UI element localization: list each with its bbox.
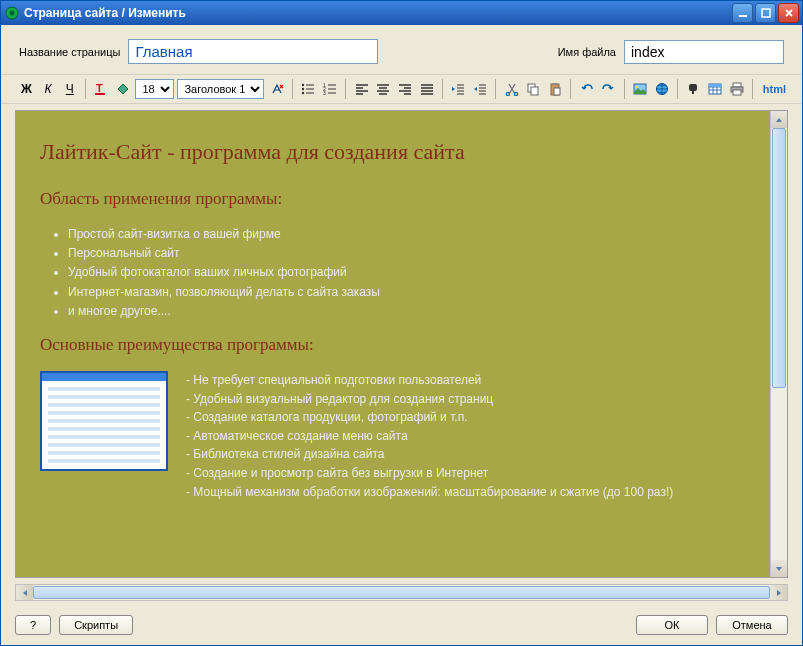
svg-rect-18 (554, 88, 560, 95)
separator (345, 79, 346, 99)
list-item: Простой сайт-визитка о вашей фирме (68, 225, 746, 244)
screenshot-thumbnail (40, 371, 168, 471)
svg-rect-23 (709, 84, 721, 87)
page-name-label: Название страницы (19, 46, 120, 58)
list-item: Удобный фотокаталог ваших личных фотогра… (68, 263, 746, 282)
print-button[interactable] (727, 78, 746, 100)
svg-text:T: T (96, 82, 103, 94)
svg-rect-5 (95, 93, 105, 95)
svg-point-8 (302, 92, 304, 94)
separator (677, 79, 678, 99)
undo-button[interactable] (577, 78, 596, 100)
svg-point-12 (506, 92, 509, 95)
adv-line: - Не требует специальной подготовки поль… (186, 371, 673, 390)
svg-point-7 (302, 88, 304, 90)
bold-button[interactable]: Ж (17, 78, 36, 100)
content-heading-2b: Основные преимущества программы: (40, 335, 746, 355)
scroll-down-icon[interactable] (771, 560, 787, 577)
outdent-button[interactable] (449, 78, 468, 100)
align-right-button[interactable] (396, 78, 415, 100)
help-button[interactable]: ? (15, 615, 51, 635)
form-row: Название страницы Имя файла (1, 25, 802, 74)
svg-text:3: 3 (323, 90, 326, 96)
redo-button[interactable] (599, 78, 618, 100)
content-heading-1: Лайтик-Сайт - программа для создания сай… (40, 139, 746, 165)
app-window: Страница сайта / Изменить Название стран… (0, 0, 803, 646)
ok-button[interactable]: ОК (636, 615, 708, 635)
editor-area: Лайтик-Сайт - программа для создания сай… (15, 110, 788, 578)
insert-link-button[interactable] (652, 78, 671, 100)
vertical-scrollbar[interactable] (770, 111, 787, 577)
close-button[interactable] (778, 3, 799, 23)
scroll-left-icon[interactable] (16, 585, 33, 600)
list-item: и многое другое.... (68, 302, 746, 321)
indent-button[interactable] (471, 78, 490, 100)
copy-button[interactable] (524, 78, 543, 100)
adv-line: - Автоматическое создание меню сайта (186, 427, 673, 446)
insert-table-button[interactable] (706, 78, 725, 100)
scroll-up-icon[interactable] (771, 111, 787, 128)
svg-rect-17 (553, 83, 557, 85)
scroll-right-icon[interactable] (770, 585, 787, 600)
svg-point-1 (10, 11, 15, 16)
paste-button[interactable] (546, 78, 565, 100)
unordered-list-button[interactable] (299, 78, 318, 100)
clear-format-button[interactable] (267, 78, 286, 100)
editor-content[interactable]: Лайтик-Сайт - программа для создания сай… (16, 111, 770, 577)
font-size-select[interactable]: 18 (135, 79, 174, 99)
separator (495, 79, 496, 99)
svg-rect-15 (531, 87, 538, 95)
scripts-button[interactable]: Скрипты (59, 615, 133, 635)
insert-image-button[interactable] (631, 78, 650, 100)
svg-rect-3 (762, 9, 770, 17)
hscroll-thumb[interactable] (33, 586, 770, 599)
window-title: Страница сайта / Изменить (24, 6, 732, 20)
file-name-label: Имя файла (558, 46, 616, 58)
minimize-button[interactable] (732, 3, 753, 23)
svg-point-13 (514, 92, 517, 95)
ordered-list-button[interactable]: 123 (321, 78, 340, 100)
list-item: Персональный сайт (68, 244, 746, 263)
svg-point-20 (636, 86, 639, 89)
editor-toolbar: Ж К Ч T 18 Заголовок 1 123 html (1, 74, 802, 104)
bg-color-button[interactable] (114, 78, 133, 100)
maximize-button[interactable] (755, 3, 776, 23)
svg-point-6 (302, 84, 304, 86)
svg-rect-24 (733, 83, 741, 87)
svg-rect-2 (739, 15, 747, 17)
svg-rect-26 (733, 90, 741, 95)
align-justify-button[interactable] (417, 78, 436, 100)
heading-select[interactable]: Заголовок 1 (177, 79, 264, 99)
dialog-footer: ? Скрипты ОК Отмена (1, 607, 802, 645)
separator (292, 79, 293, 99)
text-color-button[interactable]: T (92, 78, 111, 100)
scroll-thumb[interactable] (772, 128, 786, 388)
separator (85, 79, 86, 99)
file-name-input[interactable] (624, 40, 784, 64)
cancel-button[interactable]: Отмена (716, 615, 788, 635)
adv-line: - Создание каталога продукции, фотографи… (186, 408, 673, 427)
adv-line: - Создание и просмотр сайта без выгрузки… (186, 464, 673, 483)
application-list: Простой сайт-визитка о вашей фирме Персо… (68, 225, 746, 321)
separator (442, 79, 443, 99)
italic-button[interactable]: К (39, 78, 58, 100)
list-item: Интернет-магазин, позволяющий делать с с… (68, 283, 746, 302)
titlebar: Страница сайта / Изменить (1, 1, 802, 25)
separator (624, 79, 625, 99)
separator (752, 79, 753, 99)
separator (570, 79, 571, 99)
page-name-input[interactable] (128, 39, 378, 64)
adv-line: - Мощный механизм обработки изображений:… (186, 483, 673, 502)
adv-line: - Удобный визуальный редактор для создан… (186, 390, 673, 409)
align-center-button[interactable] (374, 78, 393, 100)
adv-line: - Библиотека стилей дизайна сайта (186, 445, 673, 464)
html-source-button[interactable]: html (763, 83, 786, 95)
advantages-list: - Не требует специальной подготовки поль… (186, 371, 673, 501)
horizontal-scrollbar[interactable] (15, 584, 788, 601)
underline-button[interactable]: Ч (60, 78, 79, 100)
cut-button[interactable] (502, 78, 521, 100)
find-button[interactable] (684, 78, 703, 100)
content-heading-2a: Область применения программы: (40, 189, 746, 209)
align-left-button[interactable] (352, 78, 371, 100)
app-icon (4, 5, 20, 21)
